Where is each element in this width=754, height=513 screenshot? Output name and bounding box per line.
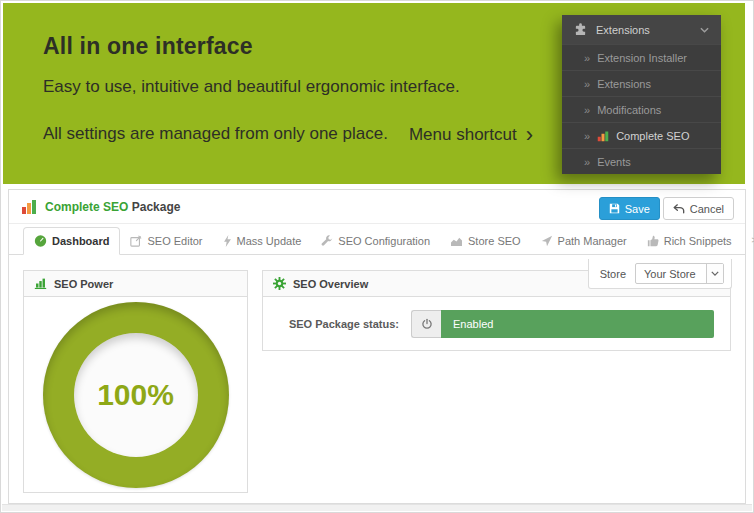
status-value: Enabled <box>453 318 493 330</box>
menu-item-extension-installer[interactable]: » Extension Installer <box>562 44 721 70</box>
screenshot-frame: All in one interface Easy to use, intuit… <box>0 0 754 513</box>
menu-item-label: Events <box>597 156 631 168</box>
floppy-icon <box>609 203 620 214</box>
tab-mass-update[interactable]: Mass Update <box>213 229 312 254</box>
seo-power-panel: SEO Power 100% <box>23 270 248 493</box>
store-label: Store <box>600 268 626 280</box>
tab-store-seo[interactable]: Store SEO <box>440 229 531 254</box>
cancel-button[interactable]: Cancel <box>663 197 734 220</box>
tab-rich-snippets[interactable]: Rich Snippets <box>637 229 742 254</box>
save-button[interactable]: Save <box>599 197 660 220</box>
double-angle-icon: » <box>584 130 590 142</box>
menu-item-modifications[interactable]: » Modifications <box>562 96 721 122</box>
admin-panel: Complete SEO Package Save Cancel <box>8 189 746 504</box>
bolt-icon <box>223 235 232 247</box>
gear-icon <box>273 277 286 290</box>
seo-power-body: 100% <box>24 297 247 492</box>
menu-shortcut-label: Menu shortcut › <box>409 125 533 145</box>
chevron-right-icon: › <box>526 128 533 142</box>
location-arrow-icon <box>541 235 553 247</box>
seo-overview-body: SEO Package status: Enabled <box>263 297 730 350</box>
seo-power-title: SEO Power <box>54 278 113 290</box>
dashboard-icon <box>34 234 47 247</box>
seo-power-header: SEO Power <box>24 271 247 297</box>
menu-item-label: Extensions <box>597 78 651 90</box>
footer-strip <box>2 504 752 511</box>
double-angle-icon: » <box>584 52 590 64</box>
store-select-value: Your Store <box>636 268 706 280</box>
menu-item-label: Extension Installer <box>597 52 687 64</box>
menu-item-complete-seo[interactable]: » Complete SEO <box>562 122 721 148</box>
tab-path-manager[interactable]: Path Manager <box>531 229 637 254</box>
menu-item-extensions[interactable]: » Extensions <box>562 70 721 96</box>
menu-item-label: Complete SEO <box>616 130 689 142</box>
tab-dashboard[interactable]: Dashboard <box>23 227 120 255</box>
panel-header-bar: Complete SEO Package Save Cancel <box>9 190 745 224</box>
extensions-dropdown-menu: Extensions » Extension Installer » Exten… <box>562 15 721 174</box>
chevron-down-icon <box>706 264 723 283</box>
donut-hole: 100% <box>74 333 198 457</box>
puzzle-icon <box>574 23 587 36</box>
tab-seo-editor[interactable]: SEO Editor <box>120 229 212 254</box>
menu-header-extensions[interactable]: Extensions <box>562 15 721 44</box>
app-title-rest: Package <box>132 200 181 214</box>
seo-overview-title: SEO Overview <box>293 278 368 290</box>
power-icon-addon[interactable] <box>411 310 441 338</box>
chevron-down-icon <box>700 27 709 33</box>
undo-arrow-icon <box>673 204 685 214</box>
seo-package-status-label: SEO Package status: <box>279 318 399 330</box>
bar-chart-icon <box>597 130 609 142</box>
status-enabled-bar[interactable]: Enabled <box>441 310 714 338</box>
double-angle-icon: » <box>584 78 590 90</box>
seo-power-value: 100% <box>97 378 174 412</box>
edit-icon <box>130 235 142 247</box>
app-title-brand: Complete SEO <box>45 200 128 214</box>
bar-chart-icon <box>34 277 47 290</box>
content-area: SEO Power 100% SEO Overview <box>9 256 745 503</box>
menu-header-label: Extensions <box>596 24 650 36</box>
store-selector: Store Your Store <box>588 259 732 289</box>
double-angle-icon: » <box>584 104 590 116</box>
tab-cron[interactable]: >_ Cron <box>742 229 754 254</box>
app-title: Complete SEO Package <box>21 199 180 215</box>
store-select[interactable]: Your Store <box>635 263 724 284</box>
area-chart-icon <box>450 236 463 247</box>
menu-item-label: Modifications <box>597 104 661 116</box>
seo-package-status-control: Enabled <box>411 310 714 338</box>
tab-seo-configuration[interactable]: SEO Configuration <box>311 229 440 254</box>
bar-chart-logo-icon <box>21 199 37 215</box>
tab-bar: Dashboard SEO Editor Mass Update SEO Con… <box>9 224 745 255</box>
seo-power-donut-chart: 100% <box>43 302 229 488</box>
thumbs-up-icon <box>647 235 659 247</box>
double-angle-icon: » <box>584 156 590 168</box>
menu-item-events[interactable]: » Events <box>562 148 721 174</box>
wrench-icon <box>321 235 333 247</box>
